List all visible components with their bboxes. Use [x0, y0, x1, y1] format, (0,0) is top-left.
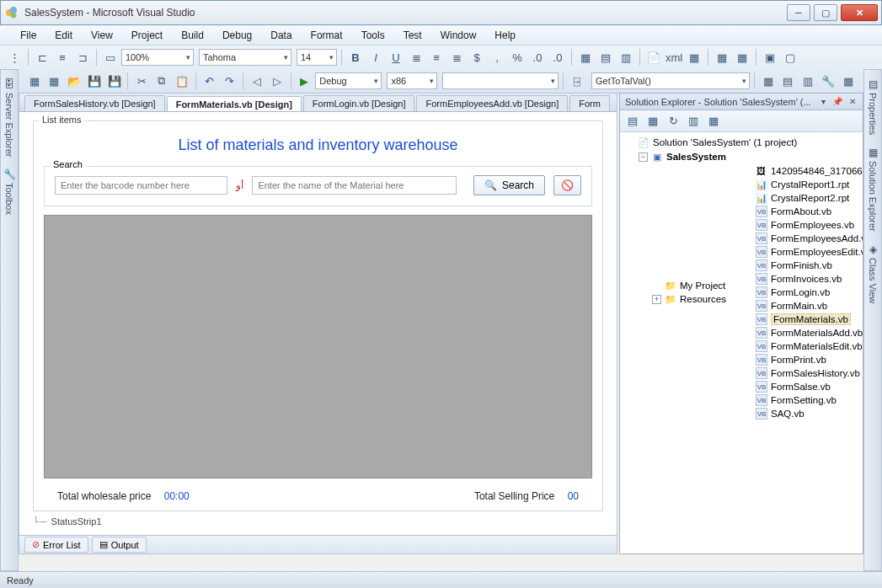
material-name-input[interactable]: Enter the name of the Material here	[252, 176, 457, 195]
method-combo[interactable]: GetToTalVal()	[591, 72, 750, 89]
decrease-decimal-icon[interactable]: .0	[548, 48, 567, 67]
font-size-combo[interactable]: 14	[297, 49, 337, 66]
file-node[interactable]: VBFormInvoices.vb	[743, 272, 863, 286]
menu-help[interactable]: Help	[486, 27, 524, 44]
align-center-icon[interactable]: ≡	[53, 48, 72, 67]
tab-order-icon[interactable]: ▭	[101, 48, 120, 67]
collapse-icon[interactable]: −	[639, 152, 648, 162]
undo-icon[interactable]: ↶	[200, 72, 219, 90]
schema-icon[interactable]: ▦	[685, 48, 703, 67]
file-node[interactable]: VBFormLogin.vb	[743, 286, 863, 299]
file-node[interactable]: VBFormMain.vb	[743, 299, 863, 313]
panel-close-icon[interactable]: ✕	[847, 97, 858, 106]
menu-data[interactable]: Data	[262, 27, 300, 44]
properties-tab[interactable]: ▤Properties	[868, 75, 878, 138]
text-align-right-icon[interactable]: ≣	[447, 48, 466, 67]
solution-tree[interactable]: 📄 Solution 'SalesSystem' (1 project) − ▣…	[620, 132, 863, 553]
class-view-tab[interactable]: ◈Class View	[868, 240, 878, 307]
menu-project[interactable]: Project	[123, 27, 171, 44]
barcode-input[interactable]: Enter the barcode number here	[55, 176, 227, 195]
form-designer[interactable]: List items List of materials and invento…	[19, 112, 617, 535]
project-node[interactable]: − ▣ SalesSystem	[639, 150, 863, 163]
file-node[interactable]: VBFormEmployeesEdit.vb	[743, 245, 863, 259]
file-node[interactable]: VBFormMaterials.vb	[743, 313, 863, 326]
nav-back-icon[interactable]: ◁	[248, 72, 266, 90]
refresh-icon[interactable]: ↻	[664, 112, 682, 131]
solution-node[interactable]: 📄 Solution 'SalesSystem' (1 project)	[625, 136, 861, 149]
toolbox-tab[interactable]: 🔧Toolbox	[3, 165, 16, 218]
file-node[interactable]: VBFormSalesHistory.vb	[743, 366, 863, 380]
start-debug-icon[interactable]: ▶	[295, 72, 313, 90]
comma-icon[interactable]: ,	[488, 48, 506, 67]
document-tab[interactable]: FormEmployeesAdd.vb [Design]	[416, 95, 568, 111]
menu-window[interactable]: Window	[432, 27, 485, 44]
expand-icon[interactable]: +	[652, 295, 661, 304]
menu-debug[interactable]: Debug	[214, 27, 260, 44]
toolbox-icon[interactable]: 🔧	[819, 72, 837, 90]
script-icon[interactable]: 📄	[644, 48, 663, 67]
pin-icon[interactable]: 📌	[831, 97, 844, 106]
file-node[interactable]: VBFormSetting.vb	[743, 393, 863, 407]
bold-icon[interactable]: B	[346, 48, 365, 67]
myproject-node[interactable]: 📁 My Project	[652, 279, 726, 292]
align-right-icon[interactable]: ⊐	[73, 48, 92, 67]
menu-tools[interactable]: Tools	[353, 27, 393, 44]
layout-icon[interactable]: ▦	[713, 48, 731, 67]
bring-front-icon[interactable]: ▣	[761, 48, 779, 67]
file-node[interactable]: VBFormEmployees.vb	[743, 218, 863, 232]
menu-file[interactable]: File	[12, 27, 45, 44]
underline-icon[interactable]: U	[387, 48, 405, 67]
text-align-center-icon[interactable]: ≡	[427, 48, 446, 67]
group-icon[interactable]: ▦	[576, 48, 595, 67]
properties-icon[interactable]: ▤	[778, 72, 797, 90]
ungroup-icon[interactable]: ▤	[596, 48, 615, 67]
component-tray[interactable]: └─ StatusStrip1	[33, 516, 603, 527]
file-node[interactable]: VBFormMaterialsAdd.vb	[743, 326, 863, 339]
redo-icon[interactable]: ↷	[220, 72, 238, 90]
start-page-icon[interactable]: ▦	[839, 72, 858, 90]
increase-decimal-icon[interactable]: .0	[528, 48, 547, 67]
config-combo[interactable]: Debug	[315, 72, 382, 89]
menu-build[interactable]: Build	[173, 27, 212, 44]
file-node[interactable]: VBSAQ.vb	[743, 407, 863, 420]
document-tab[interactable]: FormSalesHistory.vb [Design]	[24, 95, 165, 111]
view-code-icon[interactable]: ▥	[684, 112, 703, 131]
align-grid-icon[interactable]: ▦	[733, 48, 751, 67]
copy-icon[interactable]: ⧉	[152, 72, 171, 90]
xml-icon[interactable]: xml	[665, 48, 683, 67]
menu-edit[interactable]: Edit	[46, 27, 81, 44]
solution-explorer-icon[interactable]: ▦	[759, 72, 778, 90]
file-node[interactable]: VBFormSalse.vb	[743, 380, 863, 393]
save-all-icon[interactable]: 💾	[105, 72, 124, 90]
view-designer-icon[interactable]: ▦	[704, 112, 723, 131]
italic-icon[interactable]: I	[366, 48, 385, 67]
file-node[interactable]: VBFormAbout.vb	[743, 205, 863, 218]
menu-format[interactable]: Format	[302, 27, 351, 44]
text-align-left-icon[interactable]: ≣	[407, 48, 425, 67]
currency-icon[interactable]: $	[468, 48, 486, 67]
document-tab[interactable]: FormLogin.vb [Design]	[303, 95, 415, 111]
document-tab[interactable]: FormMaterials.vb [Design]	[167, 96, 302, 112]
minimize-button[interactable]: ─	[787, 4, 810, 21]
error-list-tab[interactable]: ⊘Error List	[24, 537, 88, 553]
resources-node[interactable]: + 📁 Resources	[652, 292, 726, 306]
menu-test[interactable]: Test	[395, 27, 430, 44]
merge-icon[interactable]: ▥	[617, 48, 635, 67]
file-node[interactable]: 📊CrystalReport2.rpt	[743, 191, 863, 205]
nav-fwd-icon[interactable]: ▷	[268, 72, 286, 90]
search-button[interactable]: 🔍 Search	[473, 175, 545, 195]
font-family-combo[interactable]: Tahoma	[199, 49, 291, 66]
object-browser-icon[interactable]: ▥	[799, 72, 817, 90]
cut-icon[interactable]: ✂	[132, 72, 151, 90]
output-tab[interactable]: ▤Output	[92, 537, 147, 553]
file-node[interactable]: 📊CrystalReport1.rpt	[743, 178, 863, 191]
file-node[interactable]: VBFormPrint.vb	[743, 353, 863, 366]
maximize-button[interactable]: ▢	[814, 4, 837, 21]
data-grid[interactable]	[44, 215, 592, 478]
document-tab[interactable]: Form	[569, 95, 610, 111]
properties-icon[interactable]: ▤	[623, 112, 642, 131]
server-explorer-tab[interactable]: 🗄Server Explorer	[4, 75, 14, 160]
menu-view[interactable]: View	[83, 27, 121, 44]
file-node[interactable]: VBFormEmployeesAdd.vb	[743, 232, 863, 245]
close-button[interactable]: ✕	[841, 4, 878, 21]
